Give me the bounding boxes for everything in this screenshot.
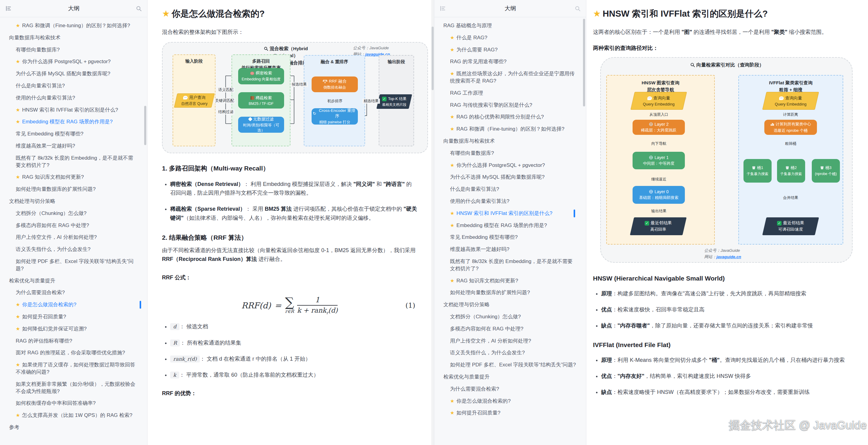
edge-label-semantic: 语义匹配 — [217, 87, 235, 92]
rrf-formula: RRF(d) = ∑r∈R 1 k + rankr(d) (1) — [162, 296, 417, 315]
outline-item[interactable]: ★RAG 和微调（Fine-tuning）的区别？如何选择? — [434, 123, 586, 135]
outline-item[interactable]: 文档拆分（Chunking）怎么做? — [0, 207, 147, 219]
chat-icon: ⋯ — [183, 96, 188, 99]
outline-item-label: 如果文档更新非常频繁（如分/秒级），元数据校验会不会成为性能瓶颈? — [16, 381, 135, 394]
outline-item[interactable]: 既然有了 8k/32k 长度的 Embedding，是不是就不需要文档切片了? — [0, 152, 147, 171]
right-outline-panel: 大纲 RAG 基础概念与原理 ★什么是 RAG? ★为什么需要 RAG? RA — [434, 0, 586, 445]
outline-item[interactable]: RAG 工作原理 — [434, 87, 586, 99]
outline-item[interactable]: ★你为什么选择 PostgreSQL + pgvector? — [434, 159, 586, 171]
search-icon[interactable] — [575, 6, 581, 11]
star-icon: ★ — [16, 326, 20, 331]
outline-item[interactable]: 如何处理向量数据库的扩展性问题? — [434, 287, 586, 299]
outline-item[interactable]: RAG 的评估指标有哪些? — [0, 335, 147, 347]
outline-item[interactable]: ★如何提升召回质量? — [434, 407, 586, 419]
outline-item[interactable]: RAG 基础概念与原理 — [434, 20, 586, 32]
outline-item[interactable]: 常见 Embedding 模型有哪些? — [434, 231, 586, 243]
outline-item[interactable]: ★你为什么选择 PostgreSQL + pgvector? — [0, 56, 147, 68]
scrollbar-thumb[interactable] — [583, 19, 585, 107]
outline-item[interactable]: 常见 Embedding 模型有哪些? — [0, 128, 147, 140]
outline-item-label: 面对 RAG 的推理延迟，你会采取哪些优化措施? — [16, 350, 125, 356]
outline-item[interactable]: 维度越高效果一定越好吗? — [434, 243, 586, 256]
outline-item[interactable]: ★Embedding 模型在 RAG 场景的作用是? — [0, 116, 147, 128]
node-layer1: Layer 1 中间层：中等跨度 — [632, 152, 685, 169]
check-icon: ✓ — [777, 221, 781, 226]
outline-item[interactable]: 如何处理向量数据库的扩展性问题? — [0, 183, 147, 195]
outline-item[interactable]: ★你是怎么做混合检索的? — [434, 395, 586, 407]
outline-item[interactable]: ★什么是 RAG? — [434, 32, 586, 44]
outline-item[interactable]: 向量数据库与检索技术 — [434, 135, 586, 147]
outline-item[interactable]: ★你是怎么做混合检索的? — [0, 299, 147, 311]
outline-item[interactable]: 用户上传空文件，AI 分析如何处理? — [434, 335, 586, 347]
outline-item-label: RAG 的核心优势和局限性分别是什么? — [456, 114, 544, 120]
formula-terms-list: d： 候选文档 R： 所有检索通道的结果集 rank_r(d)： 文档 d 在检… — [162, 322, 417, 379]
outline-item[interactable]: 多模态内容如何在 RAG 中处理? — [0, 219, 147, 232]
node-bucket-1: 桶1 子集暴力搜索 — [743, 159, 772, 183]
outline-item[interactable]: ★Embedding 模型在 RAG 场景的作用是? — [434, 219, 586, 232]
outline-item[interactable]: ★既然这些场景这么好，为什么有些企业还是宁愿用传统搜索而不是 RAG? — [434, 68, 586, 87]
scrollbar-thumb[interactable] — [432, 27, 434, 90]
outline-item[interactable]: 既然有了 8k/32k 长度的 Embedding，是不是就不需要文档切片了? — [434, 256, 586, 275]
star-icon: ★ — [16, 362, 20, 367]
outline-item[interactable]: 如何权衡缓存命中率和回答准确率? — [0, 397, 147, 409]
javaguide-link[interactable]: javaguide.cn — [717, 255, 741, 259]
outline-item[interactable]: ★RAG 和微调（Fine-tuning）的区别？如何选择? — [0, 20, 147, 32]
outline-item[interactable]: 检索优化与质量提升 — [434, 371, 586, 383]
outline-item[interactable]: ★如何提升召回质量? — [0, 311, 147, 323]
outline-item[interactable]: 用户上传空文件，AI 分析如何处理? — [0, 231, 147, 243]
heading-hnsw: HNSW (Hierarchical Navigable Small World… — [593, 275, 856, 282]
outline-item[interactable]: ★为什么需要 RAG? — [434, 44, 586, 56]
outline-item[interactable]: ★怎么支撑高并发（比如 1W QPS）的 RAG 检索? — [0, 409, 147, 421]
outline-item[interactable]: ★如果使用了语义缓存，如何处理数据过期导致回答不准确的问题? — [0, 359, 147, 378]
outline-item[interactable]: ★如何降低幻觉并保证可追溯? — [0, 323, 147, 335]
outline-item[interactable]: 使用的什么向量索引算法? — [0, 92, 147, 104]
star-icon: ★ — [450, 223, 454, 228]
outline-item[interactable]: ★RAG 知识库文档如何更新? — [434, 275, 586, 287]
outline-item[interactable]: 文档处理与切分策略 — [0, 195, 147, 207]
bucket-icon — [820, 166, 824, 170]
outline-item[interactable]: 文档处理与切分策略 — [434, 299, 586, 311]
outline-item[interactable]: 语义丢失指什么，为什么会发生? — [434, 347, 586, 359]
list-item: 优点："内存友好"，结构简单，索引构建速度比 HNSW 快得多 — [601, 372, 856, 381]
outline-item[interactable]: ★HNSW 索引和 IVFFlat 索引的区别是什么? — [434, 207, 586, 219]
outline-item[interactable]: 维度越高效果一定越好吗? — [0, 140, 147, 152]
outline-item[interactable]: 什么是向量索引算法? — [434, 183, 586, 195]
outline-item-label: RAG 的常见用途有哪些? — [450, 59, 506, 64]
outline-item-label: 使用的什么向量索引算法? — [16, 95, 75, 101]
outline-item[interactable]: 有哪些向量数据库? — [434, 147, 586, 159]
outline-item[interactable]: ★RAG 的核心优势和局限性分别是什么? — [434, 111, 586, 123]
right-article-panel: ★HNSW 索引和 IVFFlat 索引的区别是什么? 这两者的核心区别在于：一… — [586, 0, 868, 445]
scrollbar-track[interactable] — [431, 0, 434, 445]
outline-item[interactable]: ★HNSW 索引和 IVFFlat 索引的区别是什么? — [0, 104, 147, 116]
outline-item[interactable]: 为什么不选择 MySQL 搭配向量数据库呢? — [434, 171, 586, 183]
outline-item[interactable]: RAG 的常见用途有哪些? — [434, 56, 586, 68]
outline-icon[interactable] — [440, 6, 446, 11]
outline-item[interactable]: 如何处理 PDF 多栏、Excel 字段关联等“结构丢失”问题? — [0, 256, 147, 275]
outline-item-label: 文档拆分（Chunking）怎么做? — [16, 210, 87, 216]
intro-text: 这两者的核心区别在于：一个是利用 "图" 的连通性寻找邻居，一个是利用 "聚类"… — [593, 28, 856, 37]
edge-label-output: 输出结果 — [650, 209, 668, 214]
outline-item[interactable]: 检索优化与质量提升 — [0, 275, 147, 287]
outline-item[interactable]: 为什么需要混合检索? — [434, 383, 586, 395]
outline-item[interactable]: 多模态内容如何在 RAG 中处理? — [434, 323, 586, 335]
outline-item[interactable]: 语义丢失指什么，为什么会发生? — [0, 243, 147, 256]
outline-item[interactable]: 有哪些向量数据库? — [0, 44, 147, 56]
node-hnsw-result: ✓最近邻结果 高召回率 — [632, 217, 685, 235]
scrollbar-thumb[interactable] — [144, 106, 146, 145]
outline-item[interactable]: 什么是向量索引算法? — [0, 80, 147, 92]
outline-item[interactable]: 使用的什么向量索引算法? — [434, 195, 586, 207]
outline-icon[interactable] — [5, 6, 11, 11]
outline-item[interactable]: RAG 与传统搜索引擎的区别是什么? — [434, 99, 586, 111]
outline-item-label: 如何权衡缓存命中率和回答准确率? — [16, 400, 95, 406]
outline-item[interactable]: 如何处理 PDF 多栏、Excel 字段关联等“结构丢失”问题? — [434, 359, 586, 371]
outline-item[interactable]: 如果文档更新非常频繁（如分/秒级），元数据校验会不会成为性能瓶颈? — [0, 378, 147, 397]
outline-item[interactable]: 为什么不选择 MySQL 搭配向量数据库呢? — [0, 68, 147, 80]
search-icon[interactable] — [136, 6, 142, 11]
outline-item-label: RAG 知识库文档如何更新? — [22, 174, 84, 180]
outline-item[interactable]: 参考 — [0, 421, 147, 434]
outline-item[interactable]: ★RAG 知识库文档如何更新? — [0, 171, 147, 183]
node-cross-encoder: ↻Cross-Encoder 重排序 精细 pairwise 打分 — [312, 108, 358, 124]
outline-item[interactable]: 为什么需要混合检索? — [0, 287, 147, 299]
outline-item[interactable]: 文档拆分（Chunking）怎么做? — [434, 311, 586, 323]
outline-item[interactable]: 面对 RAG 的推理延迟，你会采取哪些优化措施? — [0, 347, 147, 359]
outline-item[interactable]: 向量数据库与检索技术 — [0, 32, 147, 44]
